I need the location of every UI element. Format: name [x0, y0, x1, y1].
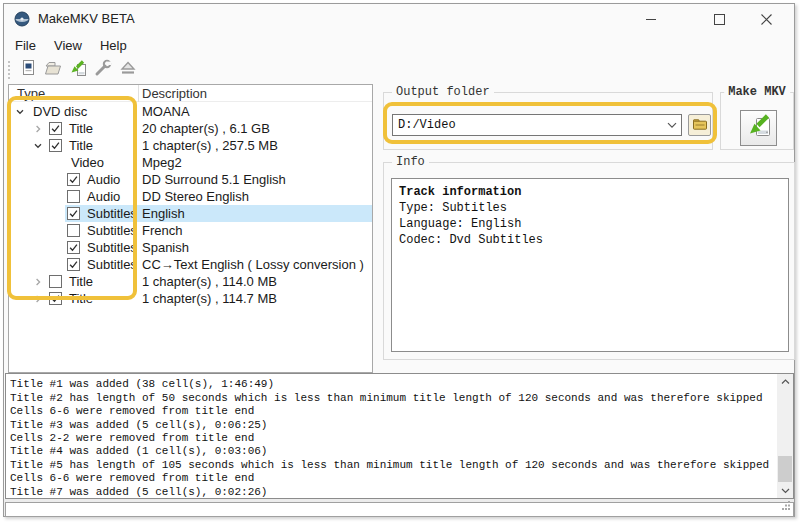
tree-type-label: Title	[69, 274, 93, 289]
log-line: Cells 2-2 were removed from title end	[10, 432, 775, 445]
tree-description: 1 chapter(s) , 114.7 MB	[142, 291, 277, 306]
scrollbar-thumb[interactable]	[778, 456, 792, 482]
log-line: Title #4 was added (1 cell(s), 0:03:06)	[10, 445, 775, 458]
expander-spacer	[51, 174, 67, 186]
log-text: Cells 6-6 were removed from title endTit…	[10, 375, 775, 498]
wrench-icon	[93, 58, 113, 82]
expander-spacer	[51, 242, 67, 254]
tree-type-label: Subtitles	[87, 206, 137, 221]
menu-file[interactable]: File	[12, 36, 45, 55]
save-mkv-icon	[68, 58, 88, 82]
checkbox-unchecked[interactable]	[67, 190, 80, 203]
tree-row[interactable]: SubtitlesFrench	[9, 222, 372, 239]
checkbox-checked[interactable]	[67, 207, 80, 220]
log-line: Cells 6-6 were removed from title end	[10, 472, 775, 485]
toolbar	[4, 57, 794, 82]
output-folder-label: Output folder	[392, 85, 494, 99]
tree-row[interactable]: Title1 chapter(s) , 114.0 MB	[9, 273, 372, 290]
toolbar-gripper[interactable]	[8, 61, 11, 79]
log-scrollbar[interactable]	[777, 374, 793, 498]
track-info-line: Language: English	[399, 216, 781, 232]
tree-rows: DVD discMOANATitle20 chapter(s) , 6.1 GB…	[9, 85, 372, 372]
expander-expanded-icon[interactable]	[15, 106, 31, 118]
tree-type-label: Subtitles	[87, 257, 137, 272]
bottom-strip[interactable]	[5, 502, 794, 517]
tree-row[interactable]: SubtitlesEnglish	[9, 205, 372, 222]
log-line: Title #7 was added (5 cell(s), 0:02:26)	[10, 486, 775, 498]
make-mkv-label: Make MKV	[724, 85, 790, 99]
track-info-title: Track information	[399, 184, 781, 200]
tree-description: Mpeg2	[142, 155, 182, 170]
minimize-button[interactable]	[631, 4, 671, 34]
output-folder-value: D:/Video	[393, 118, 663, 132]
log-panel: Cells 6-6 were removed from title endTit…	[5, 373, 794, 499]
tree-type-label: Subtitles	[87, 240, 137, 255]
eject-icon	[118, 58, 138, 82]
track-info-lines: Type: SubtitlesLanguage: EnglishCodec: D…	[399, 200, 781, 248]
save-to-mkv-button[interactable]	[66, 59, 90, 81]
title-tree-panel: Type Description DVD discMOANATitle20 ch…	[8, 84, 373, 373]
log-line: Title #2 has length of 50 seconds which …	[10, 392, 775, 405]
tree-row[interactable]: Title1 chapter(s) , 257.5 MB	[9, 137, 372, 154]
checkbox-checked[interactable]	[49, 139, 62, 152]
tree-description: English	[142, 206, 185, 221]
tree-description: 1 chapter(s) , 257.5 MB	[142, 138, 278, 153]
menu-view[interactable]: View	[51, 36, 91, 55]
settings-button[interactable]	[91, 59, 115, 81]
menubar: FileViewHelp	[4, 34, 794, 57]
tree-type-label: DVD disc	[33, 104, 87, 119]
chevron-down-icon[interactable]	[663, 122, 681, 129]
checkbox-checked[interactable]	[49, 292, 62, 305]
log-line: Title #1 was added (38 cell(s), 1:46:49)	[10, 378, 775, 391]
close-button[interactable]	[746, 4, 786, 34]
expander-spacer	[51, 157, 67, 169]
tree-description: Spanish	[142, 240, 189, 255]
backup-disc-button[interactable]	[41, 59, 65, 81]
checkbox-checked[interactable]	[49, 122, 62, 135]
make-mkv-button[interactable]	[740, 110, 777, 146]
expander-spacer	[51, 225, 67, 237]
eject-button[interactable]	[116, 59, 140, 81]
app-icon	[14, 11, 30, 27]
tree-row[interactable]: SubtitlesSpanish	[9, 239, 372, 256]
tree-row[interactable]: AudioDD Surround 5.1 English	[9, 171, 372, 188]
tree-description: 20 chapter(s) , 6.1 GB	[142, 121, 270, 136]
expander-collapsed-icon[interactable]	[33, 123, 49, 135]
maximize-button[interactable]	[699, 4, 739, 34]
video-file-icon	[18, 58, 38, 82]
browse-folder-button[interactable]	[688, 114, 711, 136]
checkbox-checked[interactable]	[67, 258, 80, 271]
expander-collapsed-icon[interactable]	[33, 293, 49, 305]
tree-row[interactable]: Title1 chapter(s) , 114.7 MB	[9, 290, 372, 307]
track-info-line: Codec: Dvd Subtitles	[399, 232, 781, 248]
tree-type-label: Subtitles	[87, 223, 137, 238]
checkbox-checked[interactable]	[67, 241, 80, 254]
tree-row[interactable]: VideoMpeg2	[9, 154, 372, 171]
info-label: Info	[392, 155, 429, 169]
checkbox-unchecked[interactable]	[67, 224, 80, 237]
open-video-file-button[interactable]	[16, 59, 40, 81]
tree-row[interactable]: Title20 chapter(s) , 6.1 GB	[9, 120, 372, 137]
make-mkv-group: Make MKV	[720, 92, 794, 150]
makemkv-window: MakeMKV BETA FileViewHelp	[3, 3, 795, 517]
tree-description: French	[142, 223, 182, 238]
expander-collapsed-icon[interactable]	[33, 276, 49, 288]
folder-icon	[693, 116, 707, 134]
open-folder-icon	[43, 58, 63, 82]
menu-help[interactable]: Help	[97, 36, 136, 55]
output-folder-combobox[interactable]: D:/Video	[392, 114, 682, 136]
checkbox-unchecked[interactable]	[49, 275, 62, 288]
tree-row[interactable]: AudioDD Stereo English	[9, 188, 372, 205]
log-line: Cells 6-6 were removed from title end	[10, 405, 775, 418]
tree-description: DD Surround 5.1 English	[142, 172, 286, 187]
tree-row[interactable]: SubtitlesCC→Text English ( Lossy convers…	[9, 256, 372, 273]
resize-grip-icon[interactable]	[782, 496, 791, 514]
expander-spacer	[51, 259, 67, 271]
scroll-up-icon[interactable]	[777, 374, 793, 389]
checkbox-checked[interactable]	[67, 173, 80, 186]
tree-description: 1 chapter(s) , 114.0 MB	[142, 274, 277, 289]
tree-row[interactable]: DVD discMOANA	[9, 103, 372, 120]
expander-expanded-icon[interactable]	[33, 140, 49, 152]
title-bar[interactable]: MakeMKV BETA	[4, 4, 794, 34]
tree-type-label: Audio	[87, 172, 120, 187]
